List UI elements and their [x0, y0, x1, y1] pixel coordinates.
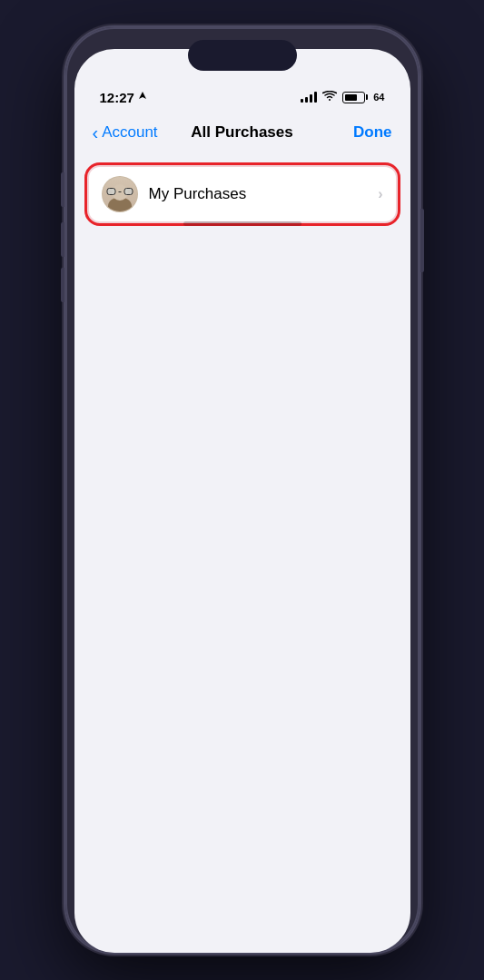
my-purchases-item[interactable]: My Purchases › [89, 167, 396, 221]
back-button[interactable]: ‹ Account [93, 123, 165, 142]
time-display: 12:27 [100, 90, 134, 105]
status-time: 12:27 [100, 90, 147, 105]
phone-frame: 12:27 [65, 27, 420, 953]
back-label: Account [102, 123, 157, 142]
page-title: All Purchases [165, 123, 320, 142]
battery-level: 64 [373, 92, 384, 103]
battery-icon [342, 92, 368, 103]
status-bar: 12:27 [74, 71, 410, 116]
dynamic-island [188, 40, 297, 71]
avatar [102, 176, 138, 212]
chevron-right-icon: › [378, 186, 382, 202]
home-indicator[interactable] [183, 221, 301, 226]
status-icons: 64 [301, 91, 384, 104]
navigation-bar: ‹ Account All Purchases Done [74, 116, 410, 152]
done-button[interactable]: Done [320, 123, 392, 142]
location-icon [138, 92, 147, 103]
screen: 12:27 [74, 49, 410, 953]
content-area: My Purchases › [74, 152, 410, 221]
glasses-icon [106, 188, 133, 195]
wifi-icon [322, 91, 337, 104]
item-label: My Purchases [149, 185, 379, 203]
signal-icon [301, 92, 317, 103]
back-chevron-icon: ‹ [93, 123, 99, 142]
